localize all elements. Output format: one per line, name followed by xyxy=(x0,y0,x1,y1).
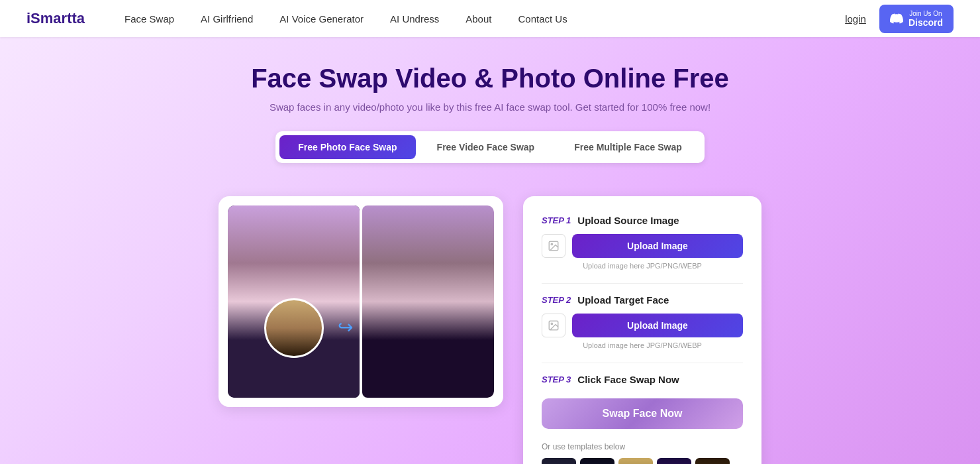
discord-button[interactable]: Join Us On Discord xyxy=(879,5,954,33)
step-1-divider xyxy=(542,283,743,284)
step-3-row: STEP 3 Click Face Swap Now Swap Face Now xyxy=(542,374,743,429)
tabs: Free Photo Face Swap Free Video Face Swa… xyxy=(275,131,705,163)
step-2-row: STEP 2 Upload Target Face Upload Image U… xyxy=(542,294,743,349)
svg-point-1 xyxy=(551,243,552,245)
result-figure xyxy=(362,205,494,398)
demo-images: ↪ xyxy=(228,205,494,398)
step-1-upload-button[interactable]: Upload Image xyxy=(572,234,743,258)
step-2-label: STEP 2 xyxy=(542,295,571,305)
hero-subtitle: Swap faces in any video/photo you like b… xyxy=(13,101,967,113)
step-1-row: STEP 1 Upload Source Image Upload Image … xyxy=(542,215,743,270)
step-2-upload-row: Upload Image xyxy=(542,314,743,337)
arrow-indicator: ↪ xyxy=(338,316,353,338)
nav-ai-girlfriend[interactable]: AI Girlfriend xyxy=(201,13,253,25)
step-2-hint: Upload image here JPG/PNG/WEBP xyxy=(542,341,743,349)
templates-row xyxy=(542,458,743,464)
tabs-container: Free Photo Face Swap Free Video Face Swa… xyxy=(13,131,967,163)
template-thumb-2[interactable] xyxy=(580,458,614,464)
face-circle-overlay xyxy=(264,298,324,358)
steps-panel: STEP 1 Upload Source Image Upload Image … xyxy=(523,196,761,464)
svg-point-3 xyxy=(551,323,552,324)
step-2-header: STEP 2 Upload Target Face xyxy=(542,294,743,306)
step-2-divider xyxy=(542,363,743,363)
nav-about[interactable]: About xyxy=(466,13,491,25)
step-1-title: Upload Source Image xyxy=(577,215,679,226)
template-thumb-1[interactable] xyxy=(542,458,576,464)
header-right: login Join Us On Discord xyxy=(845,5,954,33)
template-thumb-4[interactable] xyxy=(657,458,691,464)
site-logo[interactable]: iSmartta xyxy=(26,10,85,27)
demo-source-image: ↪ xyxy=(228,205,360,398)
step-1-upload-row: Upload Image xyxy=(542,234,743,258)
login-link[interactable]: login xyxy=(845,13,866,25)
image-placeholder-icon-2 xyxy=(548,319,560,331)
template-thumb-3[interactable] xyxy=(618,458,653,464)
demo-panel: ↪ xyxy=(219,196,503,407)
step-1-icon-box xyxy=(542,234,565,258)
main-content: ↪ STEP 1 Upload Source Image xyxy=(0,196,980,464)
tab-multiple-face-swap[interactable]: Free Multiple Face Swap xyxy=(556,135,701,159)
nav-ai-voice[interactable]: AI Voice Generator xyxy=(279,13,364,25)
step-1-label: STEP 1 xyxy=(542,215,571,225)
nav-face-swap[interactable]: Face Swap xyxy=(124,13,174,25)
demo-result-image xyxy=(362,205,494,398)
templates-label: Or use templates below xyxy=(542,442,743,451)
main-nav: Face Swap AI Girlfriend AI Voice Generat… xyxy=(124,13,845,25)
step-3-header: STEP 3 Click Face Swap Now xyxy=(542,374,743,385)
swap-face-button[interactable]: Swap Face Now xyxy=(542,398,743,429)
discord-label: Join Us On Discord xyxy=(908,10,943,28)
step-3-title: Click Face Swap Now xyxy=(577,374,679,385)
tab-video-face-swap[interactable]: Free Video Face Swap xyxy=(418,135,554,159)
hero-section: Face Swap Video & Photo Online Free Swap… xyxy=(0,37,980,196)
discord-icon xyxy=(890,12,903,25)
step-2-upload-button[interactable]: Upload Image xyxy=(572,314,743,337)
step-1-hint: Upload image here JPG/PNG/WEBP xyxy=(542,262,743,270)
tab-photo-face-swap[interactable]: Free Photo Face Swap xyxy=(279,135,415,159)
nav-ai-undress[interactable]: AI Undress xyxy=(390,13,439,25)
hero-title: Face Swap Video & Photo Online Free xyxy=(13,64,967,93)
nav-contact[interactable]: Contact Us xyxy=(518,13,567,25)
step-2-title: Upload Target Face xyxy=(577,294,669,306)
image-placeholder-icon xyxy=(548,240,560,252)
step-2-icon-box xyxy=(542,314,565,337)
template-thumb-5[interactable] xyxy=(695,458,730,464)
step-1-header: STEP 1 Upload Source Image xyxy=(542,215,743,226)
step-3-label: STEP 3 xyxy=(542,375,571,384)
